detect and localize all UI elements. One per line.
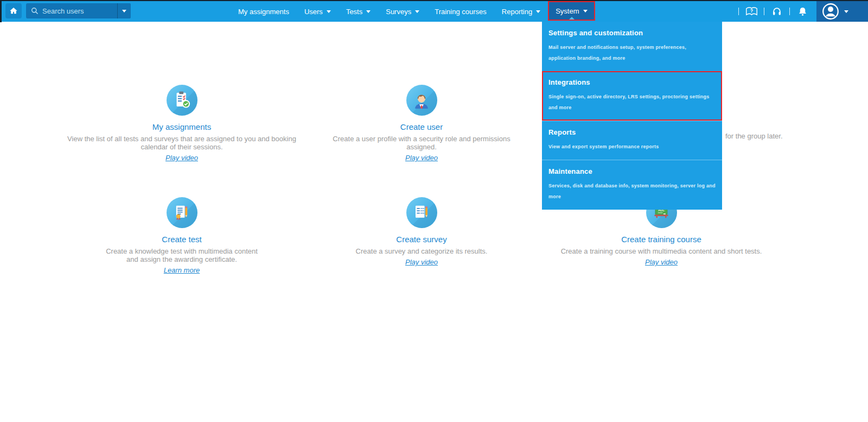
chevron-down-icon — [844, 10, 848, 13]
card-description: View the list of all tests and surveys t… — [57, 135, 307, 151]
create-test-icon[interactable] — [167, 197, 197, 228]
window-top-edge — [0, 0, 868, 1]
learn-more-link[interactable]: Learn more — [164, 266, 200, 274]
chevron-down-icon — [536, 10, 540, 13]
card-description: Create a knowledge test with multimedia … — [100, 247, 263, 263]
profile-menu[interactable] — [816, 1, 868, 22]
search-input[interactable] — [39, 7, 117, 15]
home-button[interactable] — [5, 3, 22, 18]
menu-pointer-notch — [569, 17, 575, 20]
chevron-down-icon — [415, 10, 419, 13]
play-video-link[interactable]: Play video — [165, 154, 198, 162]
main-nav: My assignments Users Tests Surveys Train… — [231, 1, 595, 22]
occluded-card-text-fragment: for the group later. — [725, 132, 783, 140]
card-description: Create a survey and categorize its resul… — [340, 247, 503, 255]
search-icon — [26, 7, 39, 15]
nav-tests[interactable]: Tests — [339, 1, 378, 22]
card-title[interactable]: Create training course — [558, 235, 764, 244]
nav-users[interactable]: Users — [297, 1, 339, 22]
home-icon — [9, 6, 18, 16]
menu-item-settings-and-customization[interactable]: Settings and customization Mail server a… — [542, 22, 722, 71]
card-create-user: Create user Create a user profile with a… — [324, 85, 519, 162]
card-my-assignments: My assignments View the list of all test… — [57, 85, 307, 162]
nav-label: Tests — [346, 8, 362, 16]
card-create-survey: Create survey Create a survey and catego… — [340, 197, 503, 267]
profile-avatar-icon — [822, 3, 839, 20]
menu-item-title: Maintenance — [548, 167, 716, 175]
nav-surveys[interactable]: Surveys — [378, 1, 427, 22]
menu-item-description: Single sign-on, active directory, LRS se… — [548, 91, 716, 113]
chevron-down-icon — [327, 10, 331, 13]
card-title[interactable]: Create survey — [340, 235, 503, 244]
notifications-icon[interactable] — [795, 6, 810, 17]
create-survey-icon[interactable] — [406, 197, 437, 228]
separator — [789, 8, 790, 15]
menu-item-description: View and export system performance repor… — [548, 141, 716, 152]
search-scope-dropdown[interactable] — [117, 3, 131, 18]
chevron-down-icon — [366, 10, 371, 13]
support-icon[interactable] — [769, 6, 784, 17]
card-title[interactable]: My assignments — [57, 122, 307, 131]
menu-item-description: Services, disk and database info, system… — [548, 180, 716, 202]
nav-label: Training courses — [435, 8, 487, 16]
user-search — [26, 3, 131, 18]
card-description: Create a user profile with a security ro… — [324, 135, 519, 151]
chevron-down-icon — [122, 10, 126, 12]
card-title[interactable]: Create test — [100, 235, 263, 244]
separator — [738, 8, 739, 15]
window-left-edge — [0, 0, 2, 22]
nav-label: Users — [304, 8, 323, 16]
nav-label: System — [556, 7, 579, 15]
nav-label: Reporting — [502, 8, 532, 16]
separator — [764, 8, 764, 15]
card-title[interactable]: Create user — [324, 122, 519, 131]
nav-reporting[interactable]: Reporting — [494, 1, 548, 22]
menu-item-reports[interactable]: Reports View and export system performan… — [542, 121, 722, 160]
menu-item-description: Mail server and notifications setup, sys… — [548, 42, 702, 64]
menu-item-title: Integrations — [548, 78, 716, 86]
menu-item-title: Reports — [548, 128, 716, 136]
svg-text:?: ? — [750, 8, 752, 14]
nav-my-assignments[interactable]: My assignments — [231, 1, 297, 22]
menu-item-title: Settings and customization — [548, 29, 716, 37]
play-video-link[interactable]: Play video — [645, 258, 678, 266]
menu-item-maintenance[interactable]: Maintenance Services, disk and database … — [542, 160, 722, 210]
card-create-test: Create test Create a knowledge test with… — [100, 197, 263, 275]
play-video-link[interactable]: Play video — [405, 154, 438, 162]
card-description: Create a training course with multimedia… — [558, 247, 764, 255]
play-video-link[interactable]: Play video — [405, 258, 438, 266]
menu-item-integrations[interactable]: Integrations Single sign-on, active dire… — [542, 71, 722, 121]
top-navbar: My assignments Users Tests Surveys Train… — [0, 0, 868, 22]
create-user-icon[interactable] — [406, 85, 437, 116]
nav-label: Surveys — [386, 8, 411, 16]
chevron-down-icon — [583, 10, 588, 12]
user-manual-icon[interactable]: ? — [744, 6, 759, 17]
utility-icons: ? — [733, 1, 868, 22]
system-menu: Settings and customization Mail server a… — [542, 22, 722, 210]
assignments-icon[interactable] — [167, 85, 197, 116]
nav-label: My assignments — [238, 8, 289, 16]
nav-training-courses[interactable]: Training courses — [427, 1, 494, 22]
